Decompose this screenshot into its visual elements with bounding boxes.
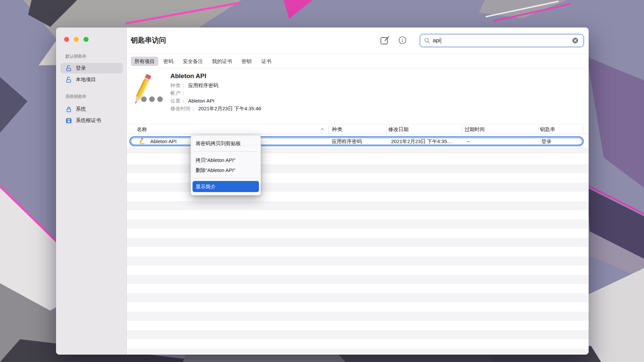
cell-modified: 2021年2月23日 下午4:35… [391,137,452,145]
table-header: 名称 种类 修改日期 过期时间 钥匙串 [127,124,589,134]
item-title: Ableton API [170,72,261,80]
page-title: 钥匙串访问 [131,36,166,45]
menu-item-delete-ableton-api[interactable]: 删除“Ableton API” [193,165,259,175]
table-stripe-row[interactable] [127,238,589,247]
svg-text:i: i [402,38,404,43]
zoom-button[interactable] [84,37,89,42]
column-header-modified[interactable]: 修改日期 [388,124,409,134]
item-detail-panel: Ableton API 种类：应用程序密码 帐户： 位置：Ableton API… [170,72,261,112]
cell-name: Ableton API [150,137,176,145]
column-divider[interactable] [462,126,462,133]
cell-keychain: 登录 [541,137,551,145]
sidebar-item-label: 系统根证书 [76,117,101,124]
menu-item-copy-password-to-clipboard[interactable]: 将密码拷贝到剪贴板 [193,138,259,148]
table-stripe-row[interactable] [127,312,589,321]
tab-all-items[interactable]: 所有项目 [131,57,158,66]
system-roots-box-icon [66,118,72,124]
desktop: 默认钥匙串 登录 本地项目 系统钥匙串 [0,0,644,362]
detail-value: 2021年2月23日 下午4:35:46 [198,106,261,111]
column-header-name[interactable]: 名称 [137,124,147,134]
unlocked-padlock-icon [66,65,72,71]
menu-item-get-info[interactable]: 显示简介 [193,181,259,192]
search-input-value[interactable]: api [433,37,440,44]
new-item-compose-button[interactable] [380,36,389,45]
sidebar-item-system-roots[interactable]: 系统根证书 [60,115,123,126]
clear-search-icon[interactable] [572,38,578,44]
text-caret [441,38,441,44]
tab-keys[interactable]: 密钥 [241,57,252,66]
sidebar-item-label: 本地项目 [76,76,96,83]
tab-passwords[interactable]: 密码 [163,57,173,66]
keychain-access-window: 默认钥匙串 登录 本地项目 系统钥匙串 [56,27,589,355]
info-button[interactable]: i [398,36,407,44]
cell-kind: 应用程序密码 [332,137,362,145]
sidebar-section-default-keychains: 默认钥匙串 [65,54,87,59]
sidebar-item-label: 登录 [76,65,86,71]
minimize-button[interactable] [74,37,79,42]
sidebar-item-system[interactable]: 系统 [60,104,123,114]
cell-expires: -- [467,137,470,145]
locked-padlock-icon [66,106,72,112]
menu-separator [194,178,257,178]
column-divider[interactable] [538,126,539,133]
detail-value: Ableton API [188,98,214,104]
search-inner: api [420,35,583,47]
sidebar-item-login[interactable]: 登录 [60,63,123,73]
search-icon [424,38,430,44]
table-stripe-row[interactable] [127,330,589,339]
close-button[interactable] [64,37,69,42]
sidebar-item-label: 系统 [76,106,86,112]
column-divider[interactable] [386,126,387,133]
tab-certificates[interactable]: 证书 [261,57,271,66]
search-field[interactable]: api [419,34,584,48]
table-stripe-row[interactable] [127,201,589,210]
detail-label: 种类： [170,82,185,88]
table-stripe-row[interactable] [127,220,589,229]
detail-value: 应用程序密码 [188,82,218,88]
sidebar-section-system-keychains: 系统钥匙串 [65,94,87,100]
detail-label: 位置： [170,98,185,104]
detail-label: 帐户： [170,90,185,96]
sidebar: 默认钥匙串 登录 本地项目 系统钥匙串 [56,27,127,355]
menu-separator [194,151,257,152]
column-header-kind[interactable]: 种类 [332,124,342,134]
detail-label: 修改时间： [170,106,196,111]
sort-ascending-icon [320,128,324,130]
application-password-pencil-icon [134,72,164,106]
application-password-pencil-icon [138,138,146,145]
tab-my-certificates[interactable]: 我的证书 [212,57,232,66]
menu-item-copy-ableton-api[interactable]: 拷贝“Ableton API” [193,155,259,165]
tabs-separator [127,68,589,68]
unlocked-padlock-icon [66,77,72,83]
column-header-expires[interactable]: 过期时间 [465,124,485,134]
context-menu: 将密码拷贝到剪贴板 拷贝“Ableton API” 删除“Ableton API… [191,135,261,195]
table-stripe-row[interactable] [127,256,589,265]
sidebar-item-local-items[interactable]: 本地项目 [60,74,123,85]
table-stripe-row[interactable] [127,293,589,302]
column-header-keychain[interactable]: 钥匙串 [540,124,555,134]
table-stripe-row[interactable] [127,275,589,284]
toolbar-separator [127,54,589,54]
tab-secure-notes[interactable]: 安全备注 [183,57,203,66]
column-divider[interactable] [583,126,583,133]
column-divider[interactable] [328,126,329,133]
table-stripe-row[interactable] [127,349,589,355]
